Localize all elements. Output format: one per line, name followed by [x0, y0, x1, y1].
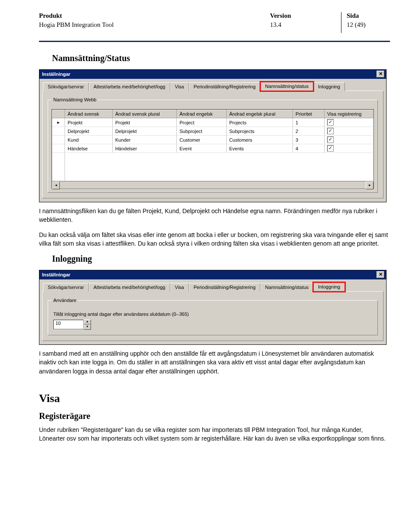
close-icon[interactable]: ✕: [377, 71, 384, 78]
tabstrip: Sökvägar/servrar Attest/arbeta med/behör…: [39, 79, 386, 91]
cell-en[interactable]: Subproject: [177, 127, 227, 136]
cell-svp[interactable]: Delprojekt: [112, 127, 176, 136]
tab-inloggning[interactable]: Inloggning: [313, 282, 345, 292]
group-legend: Namnsättning Webb: [52, 97, 98, 102]
cell-reg[interactable]: ✓: [325, 144, 374, 153]
tab-periodinstallning[interactable]: Periodinställning/Registrering: [189, 82, 260, 91]
tab-namnsattning-status[interactable]: Namnsättning/status: [260, 82, 313, 91]
tabstrip: Sökvägar/servrar Attest/arbeta med/behör…: [39, 279, 386, 291]
paragraph: I namnsättningsfliken kan du ge fälten P…: [39, 207, 390, 224]
hdr-sida-value: 12 (49): [347, 21, 390, 29]
tab-sokvagar[interactable]: Sökvägar/servrar: [43, 283, 89, 292]
heading-inloggning: Inloggning: [52, 254, 390, 264]
checkbox-checked-icon[interactable]: ✓: [327, 128, 334, 134]
window-title: Inställningar: [42, 71, 70, 77]
col-visa-registrering[interactable]: Visa registrering: [325, 110, 374, 118]
hdr-produkt-label: Produkt: [39, 12, 270, 19]
cell-en[interactable]: Event: [177, 144, 227, 153]
col-andrad-engelsk-plural[interactable]: Ändrad engelsk plural: [226, 110, 292, 118]
group-anvandare: Användare Tillåt inloggning antal dagar …: [48, 298, 378, 335]
cell-enp[interactable]: Events: [226, 144, 292, 153]
tab-attest[interactable]: Attest/arbeta med/behörighet/logg: [89, 283, 170, 292]
cell-svp[interactable]: Händelser: [112, 144, 176, 153]
cell-reg[interactable]: ✓: [325, 136, 374, 144]
paragraph: I samband med att en anställning upphör …: [39, 349, 390, 376]
col-andrad-engelsk[interactable]: Ändrad engelsk: [177, 110, 227, 118]
cell-en[interactable]: Project: [177, 118, 227, 127]
hdr-version-value: 13.4: [270, 21, 339, 29]
hdr-sida-label: Sida: [347, 12, 390, 19]
tab-visa[interactable]: Visa: [170, 283, 189, 292]
cell-enp[interactable]: Subprojects: [226, 127, 292, 136]
cell-prio[interactable]: 4: [293, 144, 325, 153]
cell-enp[interactable]: Projects: [226, 118, 292, 127]
window-titlebar: Inställningar ✕: [39, 270, 386, 279]
cell-sv[interactable]: Händelse: [65, 144, 113, 153]
tab-sokvagar[interactable]: Sökvägar/servrar: [43, 82, 89, 91]
scroll-left-icon[interactable]: ◂: [52, 182, 60, 189]
checkbox-checked-icon[interactable]: ✓: [327, 119, 334, 126]
cell-sv[interactable]: Projekt: [65, 118, 113, 127]
heading-registeragare: Registerägare: [39, 411, 390, 421]
spin-down-icon[interactable]: ▼: [84, 324, 91, 330]
scroll-right-icon[interactable]: ▸: [366, 182, 374, 189]
paragraph: Du kan också välja om fältet ska visas e…: [39, 230, 390, 248]
window-titlebar: Inställningar ✕: [39, 70, 386, 79]
col-prioritet[interactable]: Prioritet: [293, 110, 325, 118]
naming-grid[interactable]: Ändrad svensk Ändrad svensk plural Ändra…: [52, 109, 374, 189]
tab-periodinstallning[interactable]: Periodinställning/Registrering: [189, 283, 260, 292]
tab-inloggning[interactable]: Inloggning: [313, 82, 345, 91]
window-title: Inställningar: [42, 272, 70, 277]
close-icon[interactable]: ✕: [377, 271, 384, 278]
days-after-enddate-label: Tillåt inloggning antal dagar efter anvä…: [53, 311, 372, 317]
table-row[interactable]: ▸ Projekt Projekt Project Projects 1 ✓: [52, 118, 374, 127]
days-after-enddate-stepper[interactable]: 10 ▲ ▼: [53, 319, 91, 330]
settings-window-inloggning: Inställningar ✕ Sökvägar/servrar Attest/…: [39, 270, 387, 345]
cell-sv[interactable]: Delprojekt: [65, 127, 113, 136]
page-header: Produkt Hogia PBM Integration Tool Versi…: [39, 12, 390, 33]
settings-window-namnsattning: Inställningar ✕ Sökvägar/servrar Attest/…: [39, 69, 387, 202]
col-andrad-svensk-plural[interactable]: Ändrad svensk plural: [112, 110, 176, 118]
spin-up-icon[interactable]: ▲: [84, 319, 91, 324]
cell-enp[interactable]: Customers: [226, 136, 292, 144]
heading-namnsattning-status: Namnsättning/Status: [52, 53, 390, 63]
checkbox-checked-icon[interactable]: ✓: [327, 145, 334, 152]
col-andrad-svensk[interactable]: Ändrad svensk: [65, 110, 113, 118]
cell-svp[interactable]: Kunder: [112, 136, 176, 144]
table-row[interactable]: Delprojekt Delprojekt Subproject Subproj…: [52, 127, 374, 136]
group-legend: Användare: [52, 298, 78, 303]
cell-en[interactable]: Customer: [177, 136, 227, 144]
horizontal-scrollbar[interactable]: ◂ ▸: [52, 181, 374, 188]
heading-visa: Visa: [39, 392, 390, 405]
tab-namnsattning-status[interactable]: Namnsättning/status: [260, 283, 313, 292]
cell-prio[interactable]: 2: [293, 127, 325, 136]
checkbox-checked-icon[interactable]: ✓: [327, 136, 334, 143]
cell-prio[interactable]: 3: [293, 136, 325, 144]
cell-prio[interactable]: 1: [293, 118, 325, 127]
table-header-row: Ändrad svensk Ändrad svensk plural Ändra…: [52, 110, 374, 118]
hdr-version-label: Version: [270, 12, 339, 19]
cell-reg[interactable]: ✓: [325, 118, 374, 127]
paragraph: Under rubriken "Registerägare" kan du se…: [39, 425, 390, 443]
table-row[interactable]: Kund Kunder Customer Customers 3 ✓: [52, 136, 374, 144]
days-after-enddate-input[interactable]: 10: [53, 320, 84, 329]
hdr-produkt-value: Hogia PBM Integration Tool: [39, 21, 270, 29]
row-indicator-icon: ▸: [52, 118, 65, 127]
header-rule: [39, 41, 390, 42]
header-divider: [341, 12, 341, 33]
cell-sv[interactable]: Kund: [65, 136, 113, 144]
tab-visa[interactable]: Visa: [170, 82, 189, 91]
tab-attest[interactable]: Attest/arbeta med/behörighet/logg: [89, 82, 170, 91]
table-row[interactable]: Händelse Händelser Event Events 4 ✓: [52, 144, 374, 153]
cell-reg[interactable]: ✓: [325, 127, 374, 136]
cell-svp[interactable]: Projekt: [112, 118, 176, 127]
group-namnsattning-webb: Namnsättning Webb Ändrad svensk Ändrad s…: [48, 97, 378, 193]
